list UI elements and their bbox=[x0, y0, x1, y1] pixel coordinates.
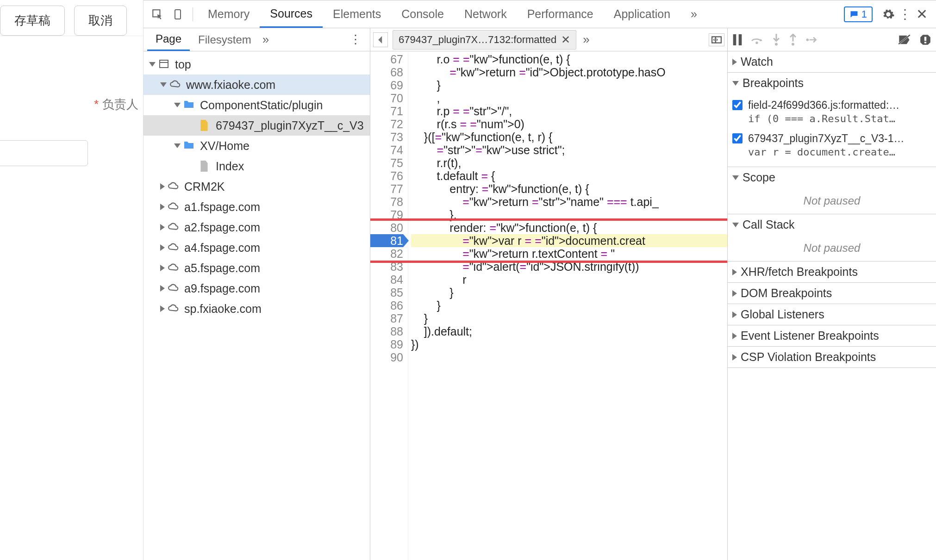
close-icon[interactable]: ✕ bbox=[911, 6, 932, 22]
tree-label: Index bbox=[216, 160, 244, 173]
tree-domain[interactable]: www.fxiaoke.com bbox=[144, 75, 370, 95]
tree-label: CRM2K bbox=[184, 180, 225, 193]
cloud-icon bbox=[168, 282, 180, 294]
nav-tabs-overflow[interactable]: » bbox=[262, 32, 269, 47]
tree-label: XV/Home bbox=[200, 139, 250, 153]
xhr-header[interactable]: XHR/fetch Breakpoints bbox=[728, 261, 936, 282]
breakpoint-item[interactable]: 679437_plugin7XyzT__c_V3-1…var r = docum… bbox=[732, 129, 931, 162]
messages-count: 1 bbox=[861, 8, 867, 20]
settings-icon[interactable] bbox=[882, 8, 895, 21]
breakpoint-checkbox[interactable] bbox=[732, 100, 743, 110]
section-label: Global Listeners bbox=[741, 308, 824, 321]
caret-down-icon bbox=[160, 82, 167, 87]
folder-icon bbox=[183, 140, 195, 152]
tree-domain[interactable]: a5.fspage.com bbox=[144, 258, 370, 278]
nav-back-icon[interactable] bbox=[373, 32, 388, 47]
tree-domain[interactable]: sp.fxiaoke.com bbox=[144, 299, 370, 319]
messages-badge[interactable]: 1 bbox=[844, 6, 873, 22]
caret-right-icon bbox=[160, 305, 165, 312]
scope-header[interactable]: Scope bbox=[728, 167, 936, 188]
inspect-icon[interactable] bbox=[151, 8, 164, 21]
svg-point-10 bbox=[792, 43, 794, 45]
caret-right-icon bbox=[160, 285, 165, 292]
tree-top[interactable]: top bbox=[144, 54, 370, 75]
caret-right-icon bbox=[732, 333, 737, 339]
tree-domain[interactable]: a9.fspage.com bbox=[144, 278, 370, 299]
breakpoint-checkbox[interactable] bbox=[732, 133, 743, 143]
svg-point-8 bbox=[755, 41, 758, 44]
section-label: Call Stack bbox=[743, 218, 795, 231]
svg-point-9 bbox=[775, 43, 778, 45]
format-icon[interactable] bbox=[709, 33, 724, 46]
dom-header[interactable]: DOM Breakpoints bbox=[728, 283, 936, 304]
tab-close-icon[interactable]: ✕ bbox=[561, 33, 570, 46]
source-editor[interactable]: 6768697071727374757677787980818283848586… bbox=[370, 51, 727, 560]
code-body[interactable]: r.o = ="kw">function(e, t) { ="kw">retur… bbox=[408, 53, 727, 560]
caret-down-icon bbox=[732, 175, 739, 180]
caret-down-icon bbox=[732, 223, 739, 227]
csp-header[interactable]: CSP Violation Breakpoints bbox=[728, 347, 936, 367]
tree-folder[interactable]: ComponentStatic/plugin bbox=[144, 95, 370, 115]
breakpoint-title: 679437_plugin7XyzT__c_V3-1… bbox=[748, 131, 931, 145]
pause-icon[interactable] bbox=[732, 34, 743, 45]
svg-rect-4 bbox=[712, 37, 721, 43]
watch-header[interactable]: Watch bbox=[728, 51, 936, 72]
line-gutter[interactable]: 6768697071727374757677787980818283848586… bbox=[370, 53, 408, 560]
devtools-panel: MemorySourcesElementsConsoleNetworkPerfo… bbox=[144, 0, 936, 560]
tree-label: a1.fspage.com bbox=[184, 200, 260, 214]
toolbar-tab-memory[interactable]: Memory bbox=[198, 0, 260, 28]
tree-domain[interactable]: a2.fspage.com bbox=[144, 217, 370, 237]
toolbar-tab-performance[interactable]: Performance bbox=[517, 0, 604, 28]
button-row: 存草稿 取消 bbox=[0, 0, 143, 36]
code-editor-panel: 679437_plugin7X…7132:formatted ✕ » 67686… bbox=[370, 28, 728, 560]
responsible-label: 负责人 bbox=[102, 96, 138, 112]
tree-file[interactable]: 679437_plugin7XyzT__c_V3 bbox=[144, 115, 370, 136]
file-tabs-overflow[interactable]: » bbox=[583, 32, 589, 47]
step-out-icon[interactable] bbox=[789, 34, 797, 46]
nav-kebab-icon[interactable]: ⋮ bbox=[349, 32, 366, 47]
breakpoints-header[interactable]: Breakpoints bbox=[728, 73, 936, 93]
tree-domain[interactable]: a1.fspage.com bbox=[144, 197, 370, 217]
toolbar-tab-network[interactable]: Network bbox=[454, 0, 517, 28]
event-header[interactable]: Event Listener Breakpoints bbox=[728, 325, 936, 346]
nav-tab-filesystem[interactable]: Filesystem bbox=[190, 28, 260, 51]
step-over-icon[interactable] bbox=[751, 35, 764, 45]
cancel-button[interactable]: 取消 bbox=[74, 6, 127, 36]
global-header[interactable]: Global Listeners bbox=[728, 304, 936, 325]
toolbar-tab-elements[interactable]: Elements bbox=[323, 0, 391, 28]
pause-exceptions-icon[interactable] bbox=[919, 34, 931, 46]
toolbar-tab-sources[interactable]: Sources bbox=[260, 0, 323, 28]
file-tab[interactable]: 679437_plugin7X…7132:formatted ✕ bbox=[393, 30, 576, 50]
save-draft-button[interactable]: 存草稿 bbox=[0, 6, 65, 36]
step-into-icon[interactable] bbox=[772, 34, 780, 46]
nav-tab-page[interactable]: Page bbox=[147, 28, 190, 51]
tabs-overflow[interactable]: » bbox=[680, 0, 707, 28]
kebab-menu-icon[interactable]: ⋮ bbox=[899, 6, 911, 22]
toolbar-tab-console[interactable]: Console bbox=[391, 0, 454, 28]
deactivate-breakpoints-icon[interactable] bbox=[898, 34, 911, 45]
cloud-icon bbox=[169, 79, 181, 91]
text-input[interactable] bbox=[0, 140, 88, 166]
event-section: Event Listener Breakpoints bbox=[728, 325, 936, 347]
tree-domain[interactable]: CRM2K bbox=[144, 176, 370, 197]
tree-label: a4.fspage.com bbox=[184, 241, 260, 255]
tree-domain[interactable]: a4.fspage.com bbox=[144, 237, 370, 258]
tree-folder[interactable]: XV/Home bbox=[144, 136, 370, 156]
folder-icon bbox=[183, 99, 195, 111]
breakpoint-item[interactable]: field-24f699d366.js:formatted:…if (0 ===… bbox=[732, 95, 931, 129]
js-file-icon bbox=[199, 119, 211, 131]
scope-section: Scope Not paused bbox=[728, 167, 936, 214]
step-icon[interactable] bbox=[805, 35, 818, 44]
toolbar-tab-application[interactable]: Application bbox=[604, 0, 680, 28]
tree-file[interactable]: Index bbox=[144, 156, 370, 176]
callstack-header[interactable]: Call Stack bbox=[728, 214, 936, 235]
tree-label: top bbox=[175, 58, 191, 71]
app-left-panel: 存草稿 取消 * 负责人 bbox=[0, 0, 144, 560]
tree-label: a5.fspage.com bbox=[184, 261, 260, 275]
not-paused-text: Not paused bbox=[728, 235, 936, 261]
cloud-icon bbox=[168, 201, 180, 213]
svg-rect-15 bbox=[924, 42, 926, 43]
debugger-panel: Watch Breakpoints field-24f699d366.js:fo… bbox=[728, 28, 936, 560]
device-icon[interactable] bbox=[171, 8, 184, 21]
breakpoint-title: field-24f699d366.js:formatted:… bbox=[748, 98, 931, 112]
